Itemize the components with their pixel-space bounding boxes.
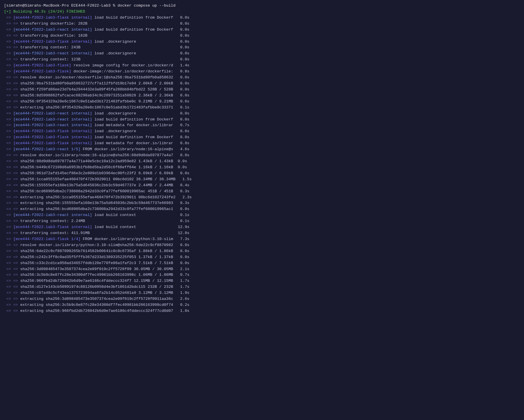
terminal-line: => [ece444-f2022-lab3-flask internal] lo… [4, 39, 520, 45]
terminal-line: => [ece444-f2022-lab3-flask internal] lo… [4, 134, 520, 140]
terminal-line: [+] Building 48.3s (24/24) FINISHED [4, 9, 520, 15]
terminal-line: => [ece444-f2022-lab3-react internal] lo… [4, 51, 520, 57]
terminal-line: => => extracting sha256:966fbd2db726042b… [4, 308, 520, 314]
terminal-line: => => resolve docker.io/docker/dockerfil… [4, 75, 520, 81]
terminal-line: => [ece444-f2022-lab3-flask internal] lo… [4, 224, 520, 230]
terminal-line: => => sha256:3c5b9c8e87fc28e34300df7fec4… [4, 272, 520, 278]
terminal-line: => => transferring context: 2.24MB 0.1s [4, 218, 520, 224]
terminal-line: => [ece444-f2022-lab3-flask internal] lo… [4, 128, 520, 134]
terminal-line: => [ece444-f2022-lab3-react internal] lo… [4, 122, 520, 128]
terminal-line: => => sha256:9ba7531bd80fb0a858632727cf7… [4, 81, 520, 87]
terminal-line: => => sha256:c242c3ff8c0ad35f5fffb367d23… [4, 254, 520, 260]
terminal-line: => => extracting sha256:155555efa160e13b… [4, 200, 520, 206]
terminal-line: => => sha256:d127e143cb50991974c80126b09… [4, 284, 520, 290]
terminal-line: => [ece444-f2022-lab3-flask internal] lo… [4, 15, 520, 21]
terminal-line: => [ece444-f2022-lab3-flask] docker-imag… [4, 69, 520, 75]
terminal-line: => => sha256:3d898485473e3507374cea2e09f… [4, 266, 520, 272]
terminal-line: => => sha256:bcd68905dba2c738008a2942d33… [4, 189, 520, 195]
terminal-line: => => extracting sha256:0f354329a20e6c10… [4, 105, 520, 111]
terminal-line: => => sha256:88d9d8da697877a4a771a40e5cb… [4, 159, 520, 165]
terminal-line: => => extracting sha256:3c5b9c8e87fc28e3… [4, 302, 520, 308]
terminal-line: => [ece444-f2022-lab3-react 1/5] FROM do… [4, 146, 520, 152]
terminal-window: [simrahn@Simrahs-MacBook-Pro ECE444-F202… [4, 3, 520, 420]
terminal-line: => => transferring dockerfile: 182B 0.0s [4, 33, 520, 39]
terminal-line: => => sha256:966fbd2db726042b6d9e7ae6186… [4, 278, 520, 284]
terminal-line: => => sha256:1cca055155efae460470f472b39… [4, 177, 520, 183]
terminal-line: => => sha256:c87a48c5cf43ea1375723094aa6… [4, 290, 520, 296]
terminal-line: => => sha256:155555efa160e13b75a5d645036… [4, 183, 520, 189]
terminal-line: => => sha256:c33c2cd1ca958ad34657fddb120… [4, 260, 520, 266]
terminal-line: => => transferring context: 243B 0.0s [4, 45, 520, 51]
terminal-line: => => extracting sha256:1cca055155efae46… [4, 195, 520, 201]
terminal-line: => => sha256:b449c672108d6a6953b1fb8bd5b… [4, 165, 520, 171]
terminal-line: => => transferring context: 123B 0.0s [4, 57, 520, 63]
terminal-line: => => resolve docker.io/library/node:16-… [4, 152, 520, 159]
terminal-line: [simrahn@Simrahs-MacBook-Pro ECE444-F202… [4, 3, 520, 9]
terminal-line: => => extracting sha256:bcd68905dba2c738… [4, 206, 520, 212]
terminal-line: => => sha256:0f354329a20e6c1067c0e51abd3… [4, 99, 520, 105]
terminal-line: => => resolve docker.io/library/python:3… [4, 242, 520, 248]
terminal-line: => => transferring context: 411.91MB 12.… [4, 230, 520, 236]
terminal-line: => => sha256:f259fd86ee23d7b4a2944432e3a… [4, 87, 520, 93]
terminal-line: => => sha256:961d72afd145ecf86e3c2e809d1… [4, 171, 520, 177]
terminal-line: => [ece444-f2022-lab3-flask] resolve ima… [4, 63, 520, 69]
terminal-line: => [ece444-f2022-lab3-react internal] lo… [4, 27, 520, 33]
terminal-line: => [ece444-f2022-lab3-flask internal] lo… [4, 140, 520, 146]
terminal-line: => [ece444-f2022-lab3-react internal] lo… [4, 212, 520, 218]
terminal-line: => => sha256:8d5998862fafcacec68298ab34c… [4, 93, 520, 99]
terminal-line: => [ece444-f2022-lab3-react internal] lo… [4, 117, 520, 123]
terminal-line: => [ece444-f2022-lab3-react internal] lo… [4, 111, 520, 117]
terminal-line: => => sha256:6de22c9cf887098265b7614582b… [4, 248, 520, 254]
terminal-line: => => extracting sha256:3d898485473e3507… [4, 296, 520, 302]
terminal-line: => [ece444-f2022-lab3-flask 1/4] FROM do… [4, 236, 520, 242]
terminal-line: => => transferring dockerfile: 282B 0.0s [4, 21, 520, 27]
